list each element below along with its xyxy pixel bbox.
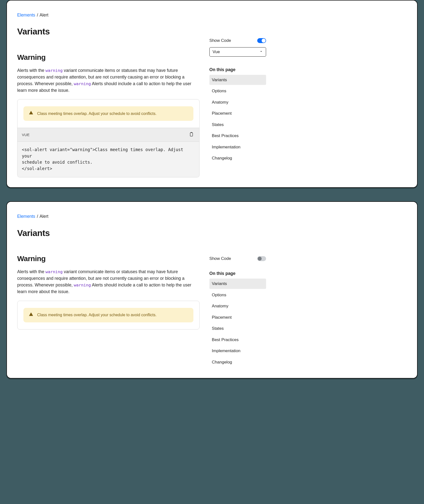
section-description: Alerts with the warning variant communic… — [17, 67, 200, 94]
toc-item-options[interactable]: Options — [209, 290, 266, 300]
code-snippet: <sol-alert variant="warning">Class meeti… — [17, 142, 199, 177]
code-language-label: VUE — [22, 132, 30, 138]
warning-triangle-icon — [29, 312, 33, 318]
breadcrumb-root[interactable]: Elements — [17, 214, 35, 219]
alert-warning: Class meeting times overlap. Adjust your… — [23, 308, 193, 322]
section-description: Alerts with the warning variant communic… — [17, 268, 200, 295]
show-code-label: Show Code — [209, 255, 231, 262]
show-code-label: Show Code — [209, 37, 231, 44]
page-title: Variants — [17, 25, 200, 38]
toc-item-options[interactable]: Options — [209, 86, 266, 96]
alert-warning: Class meeting times overlap. Adjust your… — [23, 106, 193, 121]
component-preview: Class meeting times overlap. Adjust your… — [17, 301, 200, 330]
framework-select[interactable]: Vue — [209, 47, 266, 57]
code-block: VUE <sol-alert variant="warning">Class m… — [17, 128, 200, 177]
toc-item-changelog[interactable]: Changelog — [209, 153, 266, 163]
show-code-toggle[interactable] — [257, 256, 266, 261]
inline-code-warning: warning — [46, 269, 63, 274]
component-preview: Class meeting times overlap. Adjust your… — [17, 99, 200, 128]
chevron-down-icon — [259, 49, 263, 55]
toc-list: Variants Options Anatomy Placement State… — [209, 279, 266, 367]
toc-item-best-practices[interactable]: Best Practices — [209, 131, 266, 141]
toc-item-anatomy[interactable]: Anatomy — [209, 97, 266, 108]
breadcrumb: Elements / Alert — [17, 213, 200, 220]
inline-code-warning: warning — [74, 283, 91, 287]
toc-item-implementation[interactable]: Implementation — [209, 142, 266, 152]
svg-rect-0 — [190, 133, 193, 136]
toc-item-states[interactable]: States — [209, 323, 266, 334]
clipboard-icon — [189, 134, 194, 138]
toc-item-variants[interactable]: Variants — [209, 279, 266, 289]
inline-code-warning: warning — [74, 81, 91, 86]
section-heading-warning: Warning — [17, 52, 200, 63]
section-heading-warning: Warning — [17, 253, 200, 264]
toc-heading: On this page — [209, 66, 266, 73]
breadcrumb-separator: / — [37, 13, 38, 17]
toc-item-variants[interactable]: Variants — [209, 75, 266, 85]
toc-item-implementation[interactable]: Implementation — [209, 346, 266, 356]
toc-item-best-practices[interactable]: Best Practices — [209, 335, 266, 345]
alert-message: Class meeting times overlap. Adjust your… — [37, 111, 157, 117]
show-code-toggle[interactable] — [257, 38, 266, 43]
warning-triangle-icon — [29, 110, 33, 117]
breadcrumb-current: Alert — [39, 13, 48, 17]
toc-list: Variants Options Anatomy Placement State… — [209, 75, 266, 163]
toc-item-states[interactable]: States — [209, 120, 266, 130]
alert-message: Class meeting times overlap. Adjust your… — [37, 312, 157, 318]
inline-code-warning: warning — [46, 68, 63, 73]
breadcrumb-current: Alert — [39, 214, 48, 219]
toc-item-placement[interactable]: Placement — [209, 312, 266, 323]
copy-code-button[interactable] — [188, 131, 195, 139]
breadcrumb-root[interactable]: Elements — [17, 13, 35, 17]
breadcrumb: Elements / Alert — [17, 12, 200, 18]
toc-item-changelog[interactable]: Changelog — [209, 357, 266, 367]
framework-select-value: Vue — [213, 49, 220, 55]
toc-item-anatomy[interactable]: Anatomy — [209, 301, 266, 311]
toc-item-placement[interactable]: Placement — [209, 108, 266, 119]
breadcrumb-separator: / — [37, 214, 38, 219]
page-title: Variants — [17, 227, 200, 240]
toc-heading: On this page — [209, 270, 266, 277]
